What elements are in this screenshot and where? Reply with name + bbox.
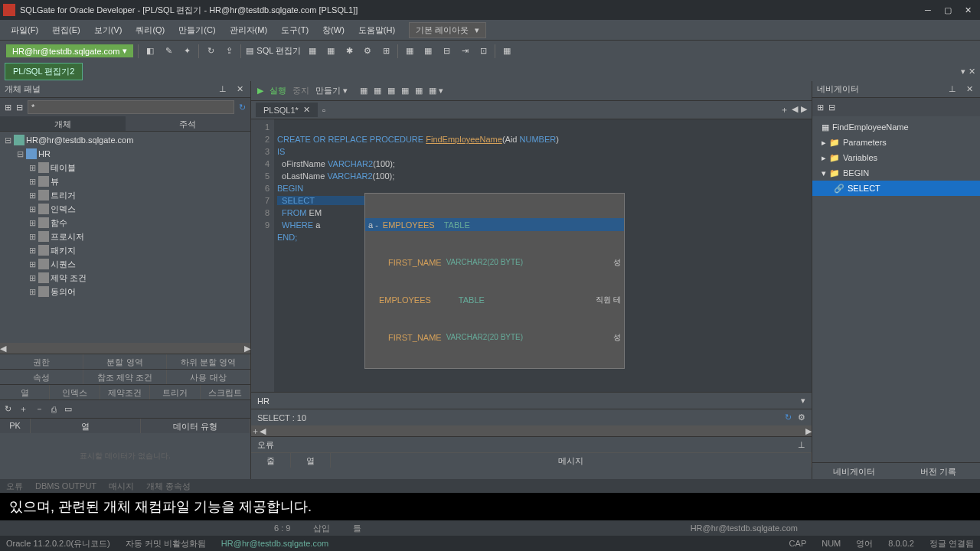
close-button[interactable]: ✕: [959, 2, 977, 18]
close-icon[interactable]: ✕: [303, 105, 310, 115]
tree-item[interactable]: ⊞뷰: [0, 174, 250, 188]
layout-dropdown[interactable]: 기본 레이아웃 ▾: [409, 22, 486, 38]
menu-window[interactable]: 창(W): [316, 21, 351, 39]
error-tab[interactable]: 개체 종속성: [146, 481, 191, 492]
toolbar-icon-6[interactable]: ⊞: [379, 44, 393, 58]
maximize-button[interactable]: ▢: [939, 2, 957, 18]
toolbar-icon-7[interactable]: ▦: [403, 44, 416, 58]
schema-dropdown[interactable]: HR: [257, 396, 801, 406]
toolbar-icon-1[interactable]: ◧: [143, 44, 157, 58]
editor-icon-4[interactable]: ▦: [401, 86, 409, 96]
tree-item[interactable]: ⊞인덱스: [0, 202, 250, 216]
autocomplete-item[interactable]: FIRST_NAME VARCHAR2(20 BYTE)성: [365, 256, 624, 269]
menu-make[interactable]: 만들기(C): [172, 21, 221, 39]
file-tab[interactable]: PL/SQL 편집기2: [5, 63, 83, 80]
bottom-tab[interactable]: 분할 영역: [83, 354, 167, 369]
play-icon[interactable]: ▶: [257, 86, 263, 96]
nav-tab-version[interactable]: 버전 기록: [897, 463, 981, 479]
pin-icon[interactable]: ⊥: [946, 83, 959, 96]
error-tab[interactable]: 오류: [6, 481, 23, 492]
new-tab-icon[interactable]: ▫: [322, 106, 325, 115]
collapse-icon[interactable]: ⊟: [828, 103, 835, 112]
tree-item[interactable]: ⊞함수: [0, 216, 250, 230]
autocomplete-item[interactable]: FIRST_NAME VARCHAR2(20 BYTE)성: [365, 331, 624, 344]
tree-user[interactable]: ⊟HR: [0, 147, 250, 161]
bottom-tab[interactable]: 권한: [0, 354, 83, 369]
editor-tab[interactable]: PLSQL1* ✕: [256, 103, 318, 117]
run-button[interactable]: 실행: [270, 85, 286, 96]
bottom-tab[interactable]: 속성: [0, 370, 83, 384]
autocomplete-item[interactable]: a - EMPLOYEESTABLE: [365, 218, 624, 231]
menu-query[interactable]: 쿼리(Q): [129, 21, 171, 39]
tree-item[interactable]: ⊞패키지: [0, 243, 250, 257]
error-tab[interactable]: DBMS OUTPUT: [35, 481, 96, 491]
code-editor[interactable]: 123456789 CREATE OR REPLACE PROCEDURE Fi…: [251, 119, 812, 392]
print-icon[interactable]: ⎙: [51, 405, 57, 414]
toolbar-icon-3[interactable]: ▦: [324, 44, 338, 58]
refresh-icon[interactable]: ↻: [239, 103, 246, 112]
bottom-tab[interactable]: 스크립트: [201, 385, 250, 399]
bottom-tab[interactable]: 인덱스: [50, 385, 100, 399]
filter-input[interactable]: [28, 100, 234, 114]
toolbar-icon-8[interactable]: ▦: [421, 44, 435, 58]
menu-view[interactable]: 보기(V): [88, 21, 129, 39]
tree-item[interactable]: ⊞프로시저: [0, 230, 250, 243]
minimize-button[interactable]: ─: [919, 2, 937, 18]
tab-object[interactable]: 개체: [0, 116, 126, 131]
remove-icon[interactable]: －: [35, 403, 44, 415]
nav-right-icon[interactable]: ▶: [801, 104, 807, 116]
nav-left-icon[interactable]: ◀: [792, 104, 798, 116]
close-icon[interactable]: ✕: [963, 83, 975, 96]
bottom-tab[interactable]: 트리거: [150, 385, 200, 399]
editor-icon-5[interactable]: ▦: [415, 86, 423, 96]
close-icon[interactable]: ✕: [234, 83, 246, 96]
tree-item[interactable]: ⊞트리거: [0, 188, 250, 202]
connection-dropdown[interactable]: HR@hr@testdb.sqlgate.com ▾: [6, 44, 133, 57]
sql-editor-button[interactable]: ▤ SQL 편집기: [246, 45, 301, 57]
menu-help[interactable]: 도움말(H): [352, 21, 401, 39]
toolbar-icon-4[interactable]: ✱: [342, 44, 356, 58]
comment-icon[interactable]: ▭: [64, 404, 72, 414]
editor-scrollbar[interactable]: ＋◀▶: [251, 425, 812, 436]
autocomplete-popup[interactable]: a - EMPLOYEESTABLE FIRST_NAME VARCHAR2(2…: [364, 193, 625, 369]
stop-button[interactable]: 중지: [292, 85, 309, 96]
refresh-icon[interactable]: ↻: [785, 412, 792, 422]
tab-close-icon[interactable]: ✕: [969, 67, 975, 77]
tree-item[interactable]: ⊞테이블: [0, 161, 250, 174]
tree-scrollbar[interactable]: ◀▶: [0, 343, 250, 354]
magic-icon[interactable]: ✦: [180, 44, 194, 58]
menu-file[interactable]: 파일(F): [5, 21, 44, 39]
nav-item[interactable]: ▸📁Parameters: [812, 135, 980, 150]
toolbar-icon-5[interactable]: ⚙: [361, 44, 374, 58]
tab-menu-icon[interactable]: ▾: [961, 67, 965, 77]
toolbar-icon-2[interactable]: ▦: [305, 44, 319, 58]
bottom-tab[interactable]: 사용 대상: [167, 370, 250, 384]
tree-root[interactable]: ⊟HR@hr@testdb.sqlgate.com: [0, 133, 250, 147]
bottom-tab[interactable]: 하위 분할 영역: [167, 354, 250, 369]
error-tab[interactable]: 매시지: [109, 481, 134, 492]
nav-tab-navigator[interactable]: 네비게이터: [812, 463, 897, 479]
tab-comment[interactable]: 주석: [126, 116, 251, 131]
bottom-tab[interactable]: 열: [0, 385, 50, 399]
add-icon[interactable]: ＋: [19, 403, 28, 415]
make-dropdown[interactable]: 만들기 ▾: [315, 85, 348, 96]
editor-icon-1[interactable]: ▦: [360, 86, 368, 96]
refresh-icon[interactable]: ↻: [5, 404, 11, 414]
export-icon[interactable]: ⇪: [222, 44, 236, 58]
tree-item[interactable]: ⊞제약 조건: [0, 271, 250, 285]
autocomplete-item[interactable]: EMPLOYEESTABLE직원 테: [365, 293, 624, 306]
pin-icon[interactable]: ⊥: [217, 83, 229, 96]
toolbar-icon-12[interactable]: ▦: [500, 44, 514, 58]
gear-icon[interactable]: ⚙: [798, 412, 805, 422]
toolbar-icon-9[interactable]: ⊟: [439, 44, 453, 58]
expand-all-icon[interactable]: ⊞: [5, 103, 11, 112]
menu-tool[interactable]: 도구(T): [275, 21, 315, 39]
menu-admin[interactable]: 관리자(M): [224, 21, 274, 39]
brush-icon[interactable]: ✎: [162, 44, 175, 58]
collapse-all-icon[interactable]: ⊟: [16, 103, 23, 112]
toolbar-icon-11[interactable]: ⊡: [476, 44, 490, 58]
editor-icon-2[interactable]: ▦: [374, 86, 381, 96]
menu-edit[interactable]: 편집(E): [46, 21, 87, 39]
bottom-tab[interactable]: 제약조건: [100, 385, 150, 399]
tree-item[interactable]: ⊞시퀀스: [0, 257, 250, 271]
